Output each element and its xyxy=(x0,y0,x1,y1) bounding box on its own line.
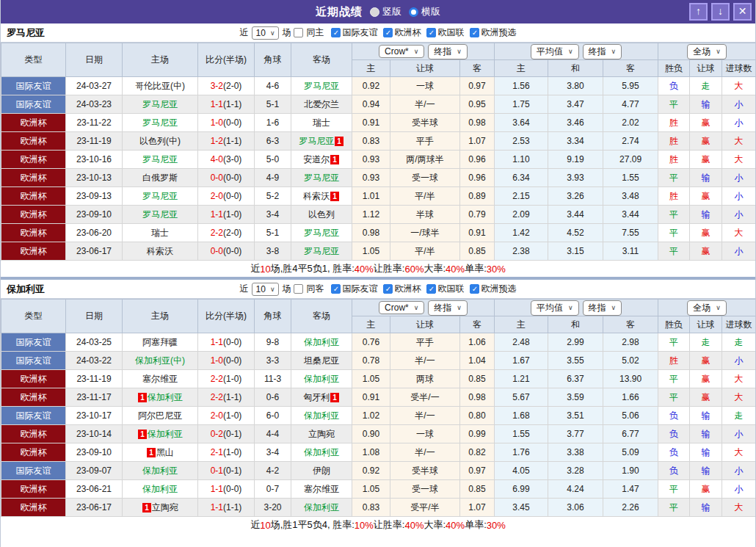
recent-count-select[interactable]: 10 ∨ xyxy=(252,283,280,296)
result-goals-header: 进球数 xyxy=(722,60,756,77)
score-cell: 1-0(0-0) xyxy=(198,114,255,132)
average-odds-cell: 3.26 xyxy=(548,187,603,206)
league-checkbox[interactable]: ✓ xyxy=(331,28,341,37)
col-home-header: 主场 xyxy=(123,43,198,77)
league-label: 欧洲杯 xyxy=(394,26,421,39)
score-cell: 0-0(0-0) xyxy=(198,169,255,187)
result-cell: 赢 xyxy=(690,224,722,242)
corner-cell: 9-8 xyxy=(255,333,291,352)
corner-cell: 6-0 xyxy=(255,407,291,425)
bookmaker-odds-cell: 两/两球半 xyxy=(390,151,460,169)
average-odds-cell: 1.68 xyxy=(495,407,548,425)
match-row: 国际友谊24-03-23罗马尼亚1-1(1-1)5-1北爱尔兰0.94半/一0.… xyxy=(1,95,756,114)
final-odds-select[interactable]: 终指∨ xyxy=(428,44,468,59)
scroll-down-button[interactable]: ↓ xyxy=(711,3,730,21)
scroll-up-button[interactable]: ↑ xyxy=(689,3,708,21)
league-checkbox[interactable]: ✓ xyxy=(383,284,393,294)
final-odds-select-2[interactable]: 终指∨ xyxy=(583,300,622,316)
match-row: 欧洲杯23-11-19以色列(中)1-2(1-1)6-3罗马尼亚10.83平手1… xyxy=(1,132,756,151)
result-cell: 输 xyxy=(690,443,722,462)
chevron-down-icon: ∨ xyxy=(414,48,419,55)
corner-cell: 1-6 xyxy=(255,114,291,132)
result-cell: 负 xyxy=(658,77,690,95)
match-row: 欧洲杯23-10-16罗马尼亚4-0(3-0)5-0安道尔10.93两/两球半0… xyxy=(1,151,756,169)
col-type-header: 类型 xyxy=(1,300,66,333)
average-odds-cell: 7.55 xyxy=(603,224,658,242)
fulltime-score: 1-1 xyxy=(211,484,223,494)
result-cell: 输 xyxy=(690,206,722,224)
fulltime-score: 2-0 xyxy=(211,191,223,201)
league-checkbox[interactable]: ✓ xyxy=(470,28,479,37)
fulltime-score: 4-0 xyxy=(211,154,223,164)
home-team-cell: 1立陶宛 xyxy=(123,499,198,517)
league-checkbox[interactable]: ✓ xyxy=(383,28,393,37)
average-odds-cell: 3.06 xyxy=(548,499,603,517)
league-checkbox[interactable]: ✓ xyxy=(426,28,436,37)
summary-text: 40% xyxy=(446,520,465,531)
recent-count-value: 10 xyxy=(256,284,266,294)
league-checkbox[interactable]: ✓ xyxy=(426,284,436,294)
score-cell: 1-1(0-0) xyxy=(198,333,255,352)
summary-text: 让胜率: xyxy=(374,518,405,532)
average-odds-cell: 1.56 xyxy=(495,77,548,95)
layout-horizontal-option[interactable]: 横版 xyxy=(409,5,440,18)
layout-horizontal-label[interactable]: 横版 xyxy=(421,5,440,18)
result-handicap-header: 让球 xyxy=(690,60,722,77)
col-date-header: 日期 xyxy=(66,300,123,333)
recent-count-select[interactable]: 10 ∨ xyxy=(252,26,280,40)
radio-unselected-icon[interactable] xyxy=(370,7,379,17)
corner-cell: 3-8 xyxy=(255,242,291,261)
league-checkbox[interactable]: ✓ xyxy=(470,284,479,294)
date-cell: 23-10-13 xyxy=(66,169,123,187)
avg-home-header: 主 xyxy=(495,60,548,77)
result-cell: 大 xyxy=(722,224,756,242)
result-cell: 小 xyxy=(722,206,756,224)
date-cell: 23-11-19 xyxy=(66,370,123,388)
section-summary: 近10场,胜1平5负4, 胜率:10% 让胜率:40% 大率:40% 单率:30… xyxy=(1,517,755,533)
scope-select[interactable]: 全场∨ xyxy=(687,300,727,316)
average-odds-cell: 3.46 xyxy=(548,114,603,132)
avg-away-header: 客 xyxy=(603,316,658,333)
average-select[interactable]: 平均值∨ xyxy=(531,44,579,59)
bookmaker-select[interactable]: Crow*∨ xyxy=(379,45,424,58)
home-team-cell: 罗马尼亚 xyxy=(123,114,198,132)
bookmaker-odds-cell: 0.91 xyxy=(352,114,390,132)
bookmaker-odds-cell: 一球 xyxy=(390,425,460,443)
chevron-down-icon: ∨ xyxy=(568,304,573,311)
fulltime-score: 0-2 xyxy=(211,429,223,439)
col-type-header: 类型 xyxy=(1,43,66,77)
home-team-cell: 科索沃 xyxy=(123,242,198,261)
close-button[interactable]: ✕ xyxy=(733,3,752,21)
away-team-name: 保加利亚 xyxy=(304,410,339,421)
layout-vertical-label[interactable]: 竖版 xyxy=(382,5,401,18)
league-checkbox[interactable]: ✓ xyxy=(331,284,341,294)
average-select[interactable]: 平均值∨ xyxy=(531,300,579,316)
bookmaker-odds-cell: 受半球 xyxy=(390,114,460,132)
same-venue-checkbox[interactable] xyxy=(294,28,303,37)
away-team-name: 以色列 xyxy=(308,209,335,220)
result-cell: 赢 xyxy=(690,352,722,370)
score-cell: 1-1(1-1) xyxy=(198,95,255,114)
away-team-name: 匈牙利 xyxy=(303,392,330,402)
average-odds-cell: 4.24 xyxy=(548,480,603,499)
score-cell: 1-1(0-0) xyxy=(198,480,255,499)
home-team-name: 塞尔维亚 xyxy=(142,374,178,384)
away-team-name: 保加利亚 xyxy=(304,502,339,512)
average-odds-cell: 2.02 xyxy=(603,114,658,132)
bookmaker-odds-cell: 1.12 xyxy=(352,206,390,224)
average-odds-cell: 3.55 xyxy=(548,352,603,370)
away-team-cell: 坦桑尼亚 xyxy=(291,352,352,370)
halftime-score: (1-0) xyxy=(223,209,241,220)
bookmaker-select[interactable]: Crow*∨ xyxy=(379,301,424,314)
layout-vertical-option[interactable]: 竖版 xyxy=(370,5,401,18)
final-odds-select[interactable]: 终指∨ xyxy=(428,300,468,316)
chevron-down-icon: ∨ xyxy=(457,48,462,55)
away-team-cell: 罗马尼亚 xyxy=(291,169,352,187)
scope-select[interactable]: 全场∨ xyxy=(687,44,727,59)
col-away-header: 客场 xyxy=(291,43,352,77)
radio-selected-icon[interactable] xyxy=(409,7,418,17)
final-odds-select-2[interactable]: 终指∨ xyxy=(583,44,622,59)
same-venue-checkbox[interactable] xyxy=(294,284,303,294)
corner-cell: 5-1 xyxy=(255,224,291,242)
away-team-cell: 保加利亚 xyxy=(291,370,352,388)
